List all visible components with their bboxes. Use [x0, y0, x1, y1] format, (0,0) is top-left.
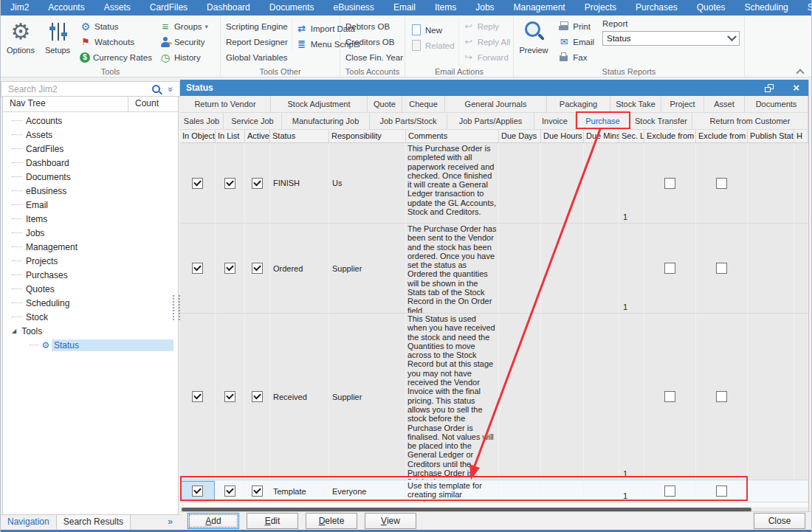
menu-tab-assets[interactable]: Assets [94, 0, 140, 15]
exclude-from-1-checkbox[interactable] [664, 263, 675, 274]
column-header-responsibility[interactable]: Responsibility [329, 130, 406, 142]
menu-tab-ebusiness[interactable]: eBusiness [324, 0, 384, 15]
sidebar-item-email[interactable]: Email [3, 198, 178, 212]
chevron-right-icon[interactable]: » [168, 517, 173, 527]
sidebar-item-status[interactable]: Status [3, 338, 178, 352]
count-column-header[interactable]: Count [128, 97, 178, 111]
tab-return-to-vendor[interactable]: Return to Vendor [180, 96, 271, 112]
column-header-due-days[interactable]: Due Days [499, 130, 541, 142]
tab-purchase[interactable]: Purchase [576, 113, 630, 129]
view-button[interactable]: View [365, 513, 416, 529]
status-button[interactable]: Status [76, 18, 156, 34]
email-button[interactable]: Email [554, 34, 598, 49]
in-object-checkbox[interactable] [192, 486, 203, 497]
in-list-checkbox[interactable] [224, 263, 235, 274]
sidebar-item-accounts[interactable]: Accounts [3, 114, 178, 128]
tab-quote[interactable]: Quote [368, 96, 402, 112]
exclude-from-2-checkbox[interactable] [716, 263, 727, 274]
search-icon[interactable] [151, 84, 162, 95]
in-object-checkbox[interactable] [192, 391, 203, 402]
tab-general-journals[interactable]: General Journals [445, 96, 547, 112]
close-window-icon[interactable]: × [793, 80, 799, 95]
tab-job-parts-stock[interactable]: Job Parts/Stock [370, 113, 447, 129]
global-variables-button[interactable]: Global Variables [222, 49, 292, 65]
options-button[interactable]: Options [2, 18, 39, 66]
in-list-checkbox[interactable] [224, 486, 235, 497]
tab-invoice[interactable]: Invoice [534, 113, 576, 129]
ribbon-collapse-icon[interactable] [796, 69, 804, 75]
column-header-due-hours[interactable]: Due Hours [541, 130, 584, 142]
close-fin-year-button[interactable]: Close Fin. Year [342, 49, 407, 65]
tab-documents[interactable]: Documents [745, 96, 808, 112]
active-checkbox[interactable] [252, 391, 263, 402]
menu-tab-purchases[interactable]: Purchases [626, 0, 687, 15]
menu-tab-jobs[interactable]: Jobs [466, 0, 503, 15]
sidebar-item-ebusiness[interactable]: eBusiness [3, 184, 178, 198]
sidebar-item-stock[interactable]: Stock [3, 310, 178, 324]
report-select[interactable]: Status [602, 31, 740, 46]
sidebar-item-items[interactable]: Items [3, 212, 178, 226]
menu-tab-accounts[interactable]: Accounts [38, 0, 94, 15]
sidebar-item-projects[interactable]: Projects [3, 254, 178, 268]
exclude-from-2-checkbox[interactable] [716, 486, 727, 497]
splitter-handle[interactable] [173, 295, 180, 320]
tab-stock-transfer[interactable]: Stock Transfer [630, 113, 692, 129]
tab-stock-take[interactable]: Stock Take [610, 96, 661, 112]
exclude-from-1-checkbox[interactable] [664, 486, 675, 497]
column-header-in-list[interactable]: In List [216, 130, 245, 142]
column-header-due-mins[interactable]: Due Mins [584, 130, 619, 142]
menu-tab-jim2[interactable]: Jim2 [1, 0, 38, 15]
column-header-active[interactable]: Active [245, 130, 270, 142]
preview-button[interactable]: Preview [515, 18, 552, 66]
in-list-checkbox[interactable] [224, 391, 235, 402]
active-checkbox[interactable] [252, 263, 263, 274]
delete-button[interactable]: Delete [306, 513, 357, 529]
tab-service-job[interactable]: Service Job [224, 113, 282, 129]
debtors-ob-button[interactable]: Debtors OB [342, 18, 407, 34]
menu-tab-projects[interactable]: Projects [575, 0, 626, 15]
tab-cheque[interactable]: Cheque [402, 96, 445, 112]
sidebar-item-scheduling[interactable]: Scheduling [3, 296, 178, 310]
scripting-engine-button[interactable]: Scripting Engine [222, 18, 292, 34]
menu-tab-documents[interactable]: Documents [260, 0, 324, 15]
print-button[interactable]: Print [554, 18, 598, 34]
security-button[interactable]: Security [156, 34, 212, 49]
in-object-checkbox[interactable] [192, 178, 203, 189]
setups-button[interactable]: Setups [39, 18, 76, 66]
bottom-tab-search-results[interactable]: Search Results [56, 515, 131, 530]
sidebar-item-dashboard[interactable]: Dashboard [3, 156, 178, 170]
column-header-in-object[interactable]: In Object [180, 130, 216, 142]
sidebar-item-cardfiles[interactable]: CardFiles [3, 142, 178, 156]
tab-manufacturing-job[interactable]: Manufacturing Job [282, 113, 370, 129]
column-header-exclude-from[interactable]: Exclude from [644, 130, 696, 142]
menu-tab-scheduling[interactable]: Scheduling [734, 0, 797, 15]
nav-tree-column-header[interactable]: Nav Tree [3, 97, 128, 111]
exclude-from-1-checkbox[interactable] [664, 178, 675, 189]
sidebar-item-tools[interactable]: ◢Tools [3, 324, 178, 338]
restore-window-icon[interactable] [765, 84, 774, 92]
tab-job-parts-applies[interactable]: Job Parts/Applies [447, 113, 534, 129]
exclude-from-2-checkbox[interactable] [716, 391, 727, 402]
column-header-sec-l[interactable]: Sec. L [619, 130, 644, 142]
exclude-from-2-checkbox[interactable] [716, 178, 727, 189]
exclude-from-1-checkbox[interactable] [664, 391, 675, 402]
sidebar-item-quotes[interactable]: Quotes [3, 282, 178, 296]
sidebar-item-management[interactable]: Management [3, 240, 178, 254]
search-input[interactable] [1, 84, 151, 94]
double-chevron-icon[interactable]: » [166, 87, 176, 92]
column-header-status[interactable]: Status [270, 130, 329, 142]
tab-asset[interactable]: Asset [704, 96, 745, 112]
menu-tab-dashboard[interactable]: Dashboard [197, 0, 260, 15]
tab-sales-job[interactable]: Sales Job [180, 113, 224, 129]
history-button[interactable]: History [156, 49, 212, 65]
active-checkbox[interactable] [252, 178, 263, 189]
close-button[interactable]: Close [754, 513, 805, 529]
groups-button[interactable]: Groups▾ [156, 18, 212, 34]
sidebar-item-jobs[interactable]: Jobs [3, 226, 178, 240]
menu-tab-management[interactable]: Management [504, 0, 575, 15]
tab-return-from-customer[interactable]: Return from Customer [692, 113, 808, 129]
report-designer-button[interactable]: Report Designer [222, 34, 292, 49]
in-object-checkbox[interactable] [192, 263, 203, 274]
tab-project[interactable]: Project [661, 96, 704, 112]
column-header-h[interactable]: H [794, 130, 808, 142]
